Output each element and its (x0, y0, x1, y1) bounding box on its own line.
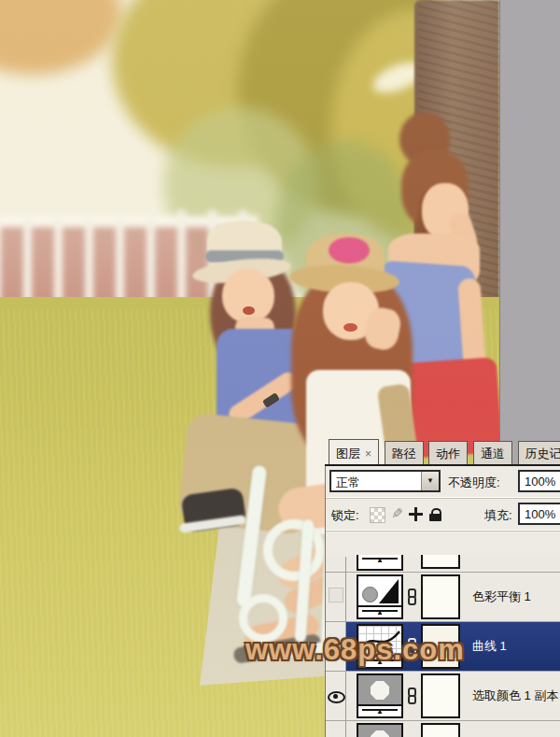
layer-row-selective-color-copy[interactable]: ▲ 选取颜色 1 副本 (326, 672, 560, 721)
blend-mode-select[interactable]: 正常 ▼ (329, 470, 441, 492)
girl-left-face (222, 269, 274, 323)
panel-body: 正常 ▼ 不透明度: 100% 锁定: ✎ 填充: 100% (325, 466, 560, 737)
layer-name[interactable]: 曲线 1 (472, 638, 507, 655)
lock-label: 锁定: (331, 507, 359, 524)
tab-history[interactable]: 历史记录 (518, 441, 560, 464)
adjustment-slider-icon: ▲ (358, 605, 401, 617)
adjustment-slider-icon: ▲ (358, 704, 401, 716)
tab-channels-label: 通道 (481, 446, 505, 461)
tab-actions[interactable]: 动作 (428, 441, 468, 464)
visibility-toggle[interactable] (326, 573, 346, 621)
eye-hidden-box (329, 588, 343, 602)
lock-transparency-icon[interactable] (370, 507, 385, 523)
chevron-down-icon[interactable]: ▼ (421, 472, 439, 490)
color-balance-icon (358, 576, 401, 605)
fill-field[interactable]: 100% (518, 503, 560, 525)
girl-left-mouth (243, 306, 255, 315)
blend-mode-value: 正常 (336, 475, 360, 491)
layer-row-body: ▲ 选取颜色 1 (346, 721, 560, 737)
link-icon (407, 687, 415, 704)
layers-panel: 图层× 路径 动作 通道 历史记录 正常 ▼ 不透明度: 100% 锁定: ✎ (325, 439, 560, 737)
adjustment-thumbnail-fragment[interactable]: ▲ (357, 555, 403, 571)
foliage-blob (0, 0, 121, 75)
layer-row-partial[interactable]: ▲ (326, 557, 560, 573)
lock-row: 锁定: ✎ 填充: 100% (326, 499, 560, 531)
tab-channels[interactable]: 通道 (473, 441, 512, 464)
tab-history-label: 历史记录 (525, 446, 560, 461)
selective-color-icon (358, 675, 401, 704)
selective-color-thumbnail[interactable]: ▲ (357, 673, 403, 718)
layer-mask-thumbnail[interactable] (421, 574, 460, 619)
fill-value: 100% (525, 507, 555, 521)
layer-mask-thumbnail[interactable] (421, 723, 460, 737)
fill-label: 填充: (484, 507, 512, 524)
tab-actions-label: 动作 (436, 446, 460, 461)
layer-row-color-balance[interactable]: ▲ 色彩平衡 1 (326, 573, 560, 622)
tab-layers[interactable]: 图层× (329, 439, 379, 464)
layer-row-body: ▲ 选取颜色 1 副本 (346, 672, 560, 720)
tab-paths[interactable]: 路径 (385, 441, 424, 464)
visibility-cell[interactable] (326, 557, 346, 572)
lock-position-icon[interactable] (409, 507, 423, 521)
link-icon (407, 588, 415, 605)
opacity-field[interactable]: 100% (518, 470, 560, 492)
opacity-value: 100% (525, 475, 555, 489)
layer-mask-fragment[interactable] (421, 555, 460, 569)
girl-center-hat-flower (329, 237, 370, 263)
watermark: www.68ps.com (245, 633, 465, 667)
tab-paths-label: 路径 (392, 446, 416, 461)
lock-all-icon[interactable] (428, 507, 442, 521)
layer-row-selective-color[interactable]: ▲ 选取颜色 1 (326, 721, 560, 737)
visibility-toggle[interactable] (326, 721, 346, 737)
layer-name[interactable]: 色彩平衡 1 (472, 588, 531, 605)
opacity-label: 不透明度: (448, 475, 500, 491)
girl-center-mouth (343, 323, 357, 332)
selective-color-thumbnail[interactable]: ▲ (357, 723, 403, 737)
layer-mask-thumbnail[interactable] (421, 673, 460, 718)
selective-color-icon (358, 725, 401, 737)
close-icon[interactable]: × (365, 447, 371, 461)
photoshop-workspace: MIFF 图层× 路径 动作 通道 历史记录 (0, 0, 560, 737)
tab-layers-label: 图层 (336, 446, 360, 461)
layer-row-body: ▲ 色彩平衡 1 (346, 573, 560, 621)
visibility-toggle[interactable] (326, 672, 346, 720)
brush-glyph: ✎ (391, 505, 403, 521)
blend-mode-row: 正常 ▼ 不透明度: 100% (326, 466, 560, 499)
lock-paint-icon[interactable]: ✎ (389, 507, 403, 521)
color-balance-thumbnail[interactable]: ▲ (357, 574, 403, 619)
bench-leg-scroll (263, 519, 325, 581)
layer-name[interactable]: 选取颜色 1 副本 (472, 687, 558, 704)
eye-icon (328, 691, 345, 703)
panel-tab-bar: 图层× 路径 动作 通道 历史记录 (325, 439, 560, 466)
